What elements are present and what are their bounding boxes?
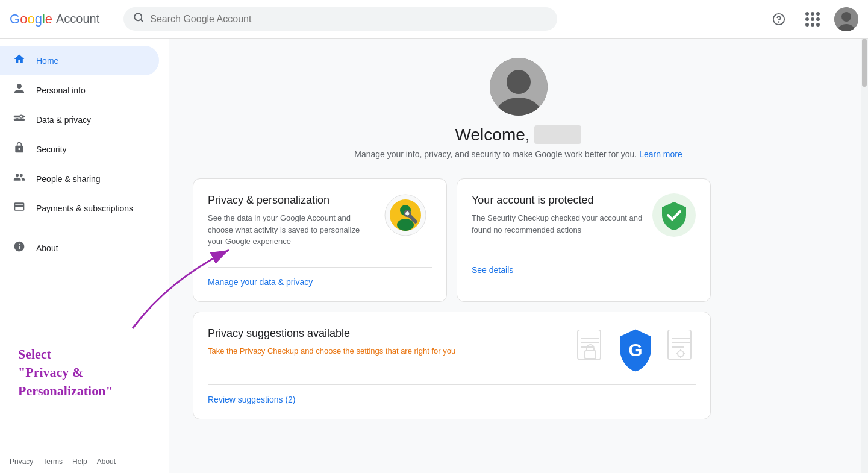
- security-shield-icon: [652, 193, 696, 237]
- sidebar-label-home: Home: [36, 56, 58, 66]
- toggle-icon: [12, 112, 27, 127]
- sidebar-item-security[interactable]: Security: [0, 134, 159, 164]
- footer-terms-link[interactable]: Terms: [43, 457, 63, 466]
- svg-rect-26: [585, 351, 596, 359]
- welcome-heading: Welcome,: [455, 125, 582, 145]
- scrollbar-track: [861, 39, 868, 473]
- sidebar-label-people-sharing: People & sharing: [36, 174, 101, 184]
- svg-point-5: [841, 12, 851, 22]
- sidebar-item-home[interactable]: Home: [0, 46, 159, 75]
- sidebar-item-data-privacy[interactable]: Data & privacy: [0, 105, 159, 134]
- privacy-suggestions-card[interactable]: Privacy suggestions available Take the P…: [193, 312, 711, 419]
- sidebar-divider: [10, 228, 159, 228]
- footer-about-link[interactable]: About: [97, 457, 116, 466]
- footer-help-link[interactable]: Help: [72, 457, 87, 466]
- see-details-link[interactable]: See details: [472, 265, 513, 275]
- sidebar-label-about: About: [36, 243, 58, 253]
- google-wordmark: Google: [10, 11, 52, 27]
- sidebar-label-data-privacy: Data & privacy: [36, 115, 91, 125]
- review-suggestions-link[interactable]: Review suggestions (2): [208, 395, 296, 404]
- page-layout: Home Personal info Data & privacy Securi…: [0, 39, 868, 473]
- search-icon: [133, 12, 144, 26]
- cards-grid: Privacy & personalization See the data i…: [193, 178, 711, 302]
- subtitle-text: Manage your info, privacy, and security …: [354, 149, 682, 159]
- lock-icon: [12, 142, 27, 157]
- account-wordmark: Account: [56, 12, 99, 26]
- card-header-suggestions: Privacy suggestions available Take the P…: [208, 327, 696, 375]
- card-title-suggestions: Privacy suggestions available: [208, 327, 566, 340]
- manage-data-privacy-link[interactable]: Manage your data & privacy: [208, 277, 313, 287]
- main-content: Welcome, Manage your info, privacy, and …: [169, 39, 868, 473]
- svg-text:G: G: [628, 339, 642, 359]
- sidebar-footer: Privacy Terms Help About: [0, 450, 169, 473]
- sidebar-label-personal-info: Personal info: [36, 86, 86, 95]
- user-avatar[interactable]: [834, 7, 858, 31]
- svg-point-31: [678, 351, 684, 357]
- privacy-suggestions-icon: G: [575, 327, 696, 375]
- google-logo[interactable]: Google Account: [10, 11, 99, 27]
- shield-background: [652, 193, 696, 237]
- apps-grid-icon: [805, 12, 820, 27]
- card-header: Privacy & personalization See the data i…: [208, 193, 432, 257]
- card-text-suggestions: Privacy suggestions available Take the P…: [208, 327, 575, 367]
- card-text-security: Your account is protected The Security C…: [472, 193, 652, 245]
- sidebar-item-payments[interactable]: Payments & subscriptions: [0, 193, 159, 223]
- profile-section: Welcome, Manage your info, privacy, and …: [193, 58, 844, 159]
- person-icon: [12, 83, 27, 98]
- credit-card-icon: [12, 201, 27, 216]
- user-name-redacted: [534, 125, 581, 144]
- svg-rect-8: [14, 119, 25, 121]
- topbar: Google Account: [0, 0, 868, 39]
- privacy-personalization-icon: [384, 193, 432, 242]
- sidebar: Home Personal info Data & privacy Securi…: [0, 39, 169, 473]
- home-icon: [12, 53, 27, 68]
- svg-point-12: [507, 70, 531, 94]
- card-bottom-privacy: Manage your data & privacy: [208, 267, 432, 287]
- topbar-actions: [767, 7, 858, 31]
- sidebar-item-about[interactable]: About: [0, 233, 159, 263]
- card-text: Privacy & personalization See the data i…: [208, 193, 384, 257]
- scrollbar-thumb[interactable]: [862, 39, 867, 87]
- search-bar: [123, 7, 557, 31]
- sidebar-item-people-sharing[interactable]: People & sharing: [0, 164, 159, 193]
- sidebar-label-security: Security: [36, 145, 67, 154]
- svg-point-10: [16, 118, 19, 121]
- card-title-privacy: Privacy & personalization: [208, 193, 374, 207]
- sidebar-label-payments: Payments & subscriptions: [36, 204, 133, 213]
- sidebar-item-personal-info[interactable]: Personal info: [0, 75, 159, 105]
- svg-point-9: [20, 115, 23, 118]
- card-bottom-suggestions: Review suggestions (2): [208, 384, 696, 404]
- card-bottom-security: See details: [472, 255, 696, 275]
- apps-button[interactable]: [801, 7, 825, 31]
- svg-rect-27: [668, 330, 691, 360]
- profile-avatar: [490, 58, 548, 116]
- account-protected-card[interactable]: Your account is protected The Security C…: [457, 178, 711, 302]
- card-header-security: Your account is protected The Security C…: [472, 193, 696, 245]
- svg-line-1: [141, 19, 143, 21]
- google-shield-icon: G: [616, 328, 655, 373]
- learn-more-link[interactable]: Learn more: [639, 149, 682, 159]
- privacy-personalization-card[interactable]: Privacy & personalization See the data i…: [193, 178, 447, 302]
- people-icon: [12, 171, 27, 186]
- search-input[interactable]: [150, 14, 548, 25]
- card-desc-suggestions: Take the Privacy Checkup and choose the …: [208, 345, 566, 357]
- info-icon: [12, 240, 27, 255]
- card-desc-privacy: See the data in your Google Account and …: [208, 212, 374, 248]
- card-desc-security: The Security Checkup checked your accoun…: [472, 212, 643, 236]
- footer-privacy-link[interactable]: Privacy: [10, 457, 33, 466]
- help-button[interactable]: [767, 7, 791, 31]
- svg-point-18: [397, 219, 414, 231]
- card-title-security: Your account is protected: [472, 193, 643, 207]
